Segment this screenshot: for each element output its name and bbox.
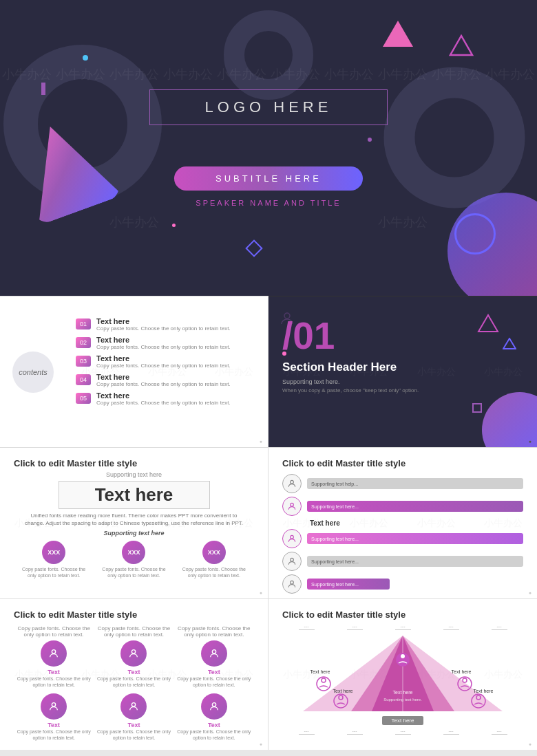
icon-circle-3	[201, 640, 227, 667]
icon-label-2: Text	[128, 669, 140, 676]
slide-contents: 小牛办公小牛办公小牛办公小牛办公 contents 01 Text here C…	[0, 296, 268, 447]
svg-point-15	[52, 703, 55, 706]
item-num-3: 03	[76, 356, 91, 367]
person-row-1: Supporting text help...	[282, 474, 523, 493]
circle-outline-right	[454, 213, 496, 255]
icon-circle-4	[41, 693, 67, 720]
xxx-item-2: XXX Copy paste fonts. Choose the only op…	[99, 541, 168, 579]
item-text-2: Text here Copy paste fonts. Choose the o…	[96, 336, 231, 350]
svg-text:Text here: Text here	[393, 690, 413, 695]
icon-row-2: Text Copy paste fonts. Choose the only o…	[14, 693, 254, 741]
xxx-sub-3: Copy paste fonts. Choose the only option…	[180, 566, 249, 579]
icon-item-3: Copy paste fonts. Choose the only option…	[174, 625, 254, 688]
contents-list: 01 Text here Copy paste fonts. Choose th…	[76, 310, 254, 406]
slide-person-list: 小牛办公小牛办公小牛办公小牛办公 Click to edit Master ti…	[268, 447, 537, 598]
subtitle-box: SUBTITLE HERE	[174, 166, 363, 191]
svg-point-2	[234, 21, 303, 89]
logo-text: LOGO HERE	[205, 98, 333, 116]
list-item: 05 Text here Copy paste fonts. Choose th…	[76, 391, 254, 406]
page-num: ●	[260, 439, 262, 444]
speaker-name: SPEAKER NAME AND TITLE	[196, 199, 341, 207]
svg-point-27	[463, 678, 467, 682]
xxx-item-1: XXX Copy paste fonts. Choose the only op…	[19, 541, 88, 579]
item-num-1: 01	[76, 318, 91, 330]
svg-point-11	[291, 581, 294, 584]
svg-text:Text here: Text here	[474, 689, 494, 693]
person-icon-2	[282, 497, 302, 516]
xxx-row: XXX Copy paste fonts. Choose the only op…	[14, 541, 254, 579]
slide-row-4: 小牛办公小牛办公小牛办公小牛办公 Click to edit Master ti…	[0, 598, 537, 750]
svg-text:Text here: Text here	[310, 669, 330, 674]
svg-point-17	[212, 703, 215, 706]
section-sub2: When you copy & paste, choose "keep text…	[282, 387, 523, 393]
slide-title-4l: Click to edit Master title style	[14, 609, 254, 620]
slide-text-center: 小牛办公小牛办公小牛办公小牛办公 Click to edit Master ti…	[0, 447, 268, 598]
rect-purple	[41, 83, 45, 95]
desc-text: Unified fonts make reading more fluent. …	[21, 512, 247, 527]
person-icon-5	[282, 574, 302, 594]
icon-sub-1: Copy paste fonts. Choose the only option…	[14, 676, 94, 688]
page-num: ●	[529, 439, 531, 444]
person-bar-pink-5: Supporting text here...	[307, 579, 390, 590]
person-icon-1	[282, 474, 302, 493]
item-num-4: 04	[76, 374, 91, 385]
item-text-3: Text here Copy paste fonts. Choose the o…	[96, 354, 231, 369]
icon-label-5: Text	[128, 722, 140, 728]
person-row-2: Supporting text here...	[282, 497, 523, 516]
svg-point-12	[52, 650, 55, 654]
svg-point-9	[291, 535, 294, 539]
list-item: 02 Text here Copy paste fonts. Choose th…	[76, 336, 254, 350]
icon-item-1: Copy paste fonts. Choose the only option…	[14, 625, 94, 688]
item-num-5: 05	[76, 393, 91, 404]
svg-point-14	[212, 650, 215, 654]
page-num: ●	[260, 590, 262, 595]
center-label: Text here	[282, 716, 523, 725]
icon-item-6: Text Copy paste fonts. Choose the only o…	[174, 693, 254, 741]
slide-title-3l: Click to edit Master title style	[14, 458, 254, 468]
svg-point-16	[132, 703, 136, 706]
item-text-1: Text here Copy paste fonts. Choose the o…	[96, 317, 231, 332]
item-text-5: Text here Copy paste fonts. Choose the o…	[96, 391, 231, 406]
xxx-circle-3: XXX	[202, 541, 226, 564]
svg-point-10	[291, 558, 294, 561]
icon-row-1: Copy paste fonts. Choose the only option…	[14, 625, 254, 688]
icon-sub-6: Copy paste fonts. Choose the only option…	[174, 728, 254, 741]
xxx-item-3: XXX Copy paste fonts. Choose the only op…	[180, 541, 249, 579]
list-item: 04 Text here Copy paste fonts. Choose th…	[76, 373, 254, 387]
item-text-4: Text here Copy paste fonts. Choose the o…	[96, 373, 231, 387]
svg-text:Text here: Text here	[452, 669, 472, 674]
svg-point-7	[291, 480, 294, 484]
square-sec	[472, 403, 482, 413]
dot-purple	[368, 138, 372, 142]
svg-marker-3	[450, 36, 472, 55]
icon-item-4: Text Copy paste fonts. Choose the only o…	[14, 693, 94, 741]
support-label: Supporting text here	[14, 471, 254, 478]
icon-label-3: Text	[208, 669, 220, 676]
person-icon-3	[282, 529, 302, 548]
svg-point-31	[401, 654, 405, 658]
support-bold: Supporting text here	[14, 530, 254, 537]
slide-title-3r: Click to edit Master title style	[282, 458, 523, 468]
svg-text:Text here: Text here	[333, 689, 353, 693]
person-bar-gray-1: Supporting text help...	[307, 478, 523, 489]
slide-row-2: 小牛办公小牛办公小牛办公小牛办公 contents 01 Text here C…	[0, 296, 537, 447]
icon-circle-2	[120, 640, 147, 667]
slide-hero: 小牛办公小牛办公小牛办公小牛办公 小牛办公小牛办公小牛办公小牛办公 小牛办公小牛…	[0, 0, 537, 296]
xxx-circle-1: XXX	[42, 541, 65, 564]
icon-circle-5	[120, 693, 147, 720]
svg-point-8	[291, 503, 294, 506]
dot-blue	[83, 55, 88, 61]
person-row-3: Supporting text here...	[282, 529, 523, 548]
person-bar-gray-4: Supporting text here...	[307, 556, 523, 567]
person-icon-4	[282, 552, 302, 571]
list-item: 03 Text here Copy paste fonts. Choose th…	[76, 354, 254, 369]
subtitle-text: SUBTITLE HERE	[215, 173, 322, 184]
icon-circle-6	[201, 693, 227, 720]
svg-point-22	[317, 677, 330, 691]
pyramid-svg: Text here Supporting text here. Text her…	[282, 632, 523, 715]
top-labels: --- --- --- --- ---	[282, 623, 523, 630]
section-title: Section Header Here	[282, 360, 523, 374]
triangle-outline-topright	[449, 34, 474, 56]
icon-sub-2: Copy paste fonts. Choose the only option…	[94, 676, 173, 688]
slide-row-3: 小牛办公小牛办公小牛办公小牛办公 Click to edit Master ti…	[0, 447, 537, 598]
